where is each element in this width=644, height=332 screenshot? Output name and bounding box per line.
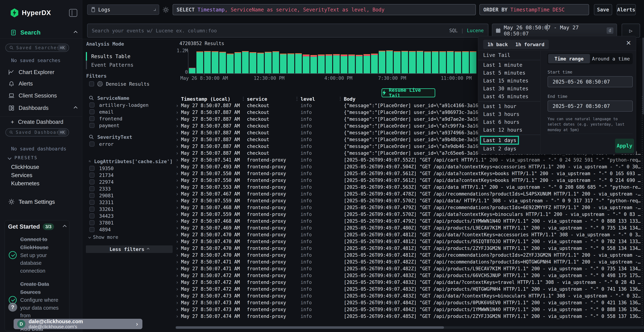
filter-value-row[interactable]: 21734 — [86, 172, 173, 178]
app-logo[interactable]: HyperDX — [0, 7, 82, 18]
row-expand-chevron-icon[interactable]: › — [176, 272, 181, 278]
table-row[interactable]: ›May 27 8:50:07.467 AMfrontend-proxyinfo… — [176, 190, 644, 197]
histogram-bar[interactable] — [424, 52, 431, 73]
vertical-scrollbar[interactable] — [642, 38, 644, 114]
source-select[interactable]: Logs — [87, 4, 159, 15]
filter-value-row[interactable]: error — [86, 140, 173, 148]
row-expand-chevron-icon[interactable]: › — [176, 293, 181, 299]
quick-range-option[interactable]: Last 5 minutes — [478, 69, 540, 77]
row-expand-chevron-icon[interactable]: › — [176, 225, 181, 231]
filter-value-row[interactable]: 19350 — [86, 165, 173, 172]
histogram-bar[interactable] — [265, 52, 271, 73]
histogram-bar[interactable] — [303, 54, 309, 73]
filter-value-row[interactable]: 34423 — [86, 212, 173, 219]
row-expand-chevron-icon[interactable]: › — [176, 266, 181, 272]
filter-value-row[interactable]: 4894 — [86, 226, 173, 233]
table-row[interactable]: ›May 27 8:50:07.471 AMfrontend-proxyinfo… — [176, 258, 644, 265]
row-expand-chevron-icon[interactable]: › — [176, 286, 181, 292]
row-expand-chevron-icon[interactable]: › — [176, 110, 181, 116]
row-expand-chevron-icon[interactable]: › — [176, 103, 181, 108]
table-row[interactable]: ›May 27 8:50:07.471 AMfrontend-proxyinfo… — [176, 265, 644, 272]
row-expand-chevron-icon[interactable]: › — [176, 178, 181, 183]
histogram-bar[interactable] — [462, 51, 469, 73]
histogram-bar[interactable] — [356, 55, 362, 73]
checkbox[interactable] — [90, 123, 94, 128]
row-expand-chevron-icon[interactable]: › — [176, 198, 181, 204]
row-expand-chevron-icon[interactable]: › — [176, 314, 181, 319]
preset-kubernetes[interactable]: Kubernetes — [11, 180, 40, 187]
table-row[interactable]: ›May 27 8:50:07.550 AMfrontend-proxyinfo… — [176, 170, 644, 177]
get-started-step[interactable]: Create Data SourcesConfigure where your … — [8, 280, 66, 320]
quick-range-option[interactable]: Last 6 hours — [478, 118, 540, 126]
row-expand-chevron-icon[interactable]: › — [176, 218, 181, 224]
quick-range-option[interactable]: Last 2 days — [478, 145, 540, 152]
row-expand-chevron-icon[interactable]: › — [176, 280, 181, 285]
filter-value-row[interactable]: 2333 — [86, 185, 173, 192]
table-row[interactable]: ›May 27 8:50:07.470 AMfrontend-proxyinfo… — [176, 238, 644, 245]
filter-value-row[interactable]: 33261 — [86, 206, 173, 212]
sidebar-item-client-sessions[interactable]: Client Sessions — [0, 91, 82, 101]
col-level[interactable]: level — [300, 96, 344, 102]
row-expand-chevron-icon[interactable]: › — [176, 205, 181, 210]
histogram-bar[interactable] — [364, 54, 370, 73]
denoise-results-checkbox-row[interactable]: Denoise Results — [86, 80, 173, 87]
presets-toggle[interactable]: PRESETS — [8, 155, 38, 160]
table-row[interactable]: ›May 27 8:50:07.474 AMfrontend-proxyinfo… — [176, 313, 644, 320]
row-expand-chevron-icon[interactable]: › — [176, 259, 181, 265]
table-row[interactable]: ›May 27 8:50:07.473 AMfrontend-proxyinfo… — [176, 299, 644, 306]
histogram-bar[interactable] — [219, 52, 226, 73]
histogram-bar[interactable] — [234, 52, 241, 73]
filter-value-row[interactable]: payment — [86, 122, 173, 129]
help-button[interactable]: ? — [8, 303, 17, 312]
quick-range-option[interactable]: Last 15 minutes — [478, 77, 540, 84]
histogram-bar[interactable] — [288, 54, 294, 73]
row-expand-chevron-icon[interactable]: › — [176, 246, 181, 251]
user-account-chip[interactable]: D dale@clickhouse.com dale@clickhouse.co… — [14, 319, 142, 329]
checkbox[interactable] — [90, 142, 94, 146]
checkbox[interactable] — [90, 166, 94, 171]
filter-value-row[interactable]: 22974 — [86, 178, 173, 185]
filter-value-row[interactable]: 29081 — [86, 192, 173, 199]
histogram-bar[interactable] — [417, 51, 423, 73]
row-expand-chevron-icon[interactable]: › — [176, 116, 181, 122]
preset-clickhouse[interactable]: ClickHouse — [11, 164, 39, 170]
end-time-input[interactable]: 2025-05-27 08:50:07 — [548, 100, 633, 112]
sidebar-item-team-settings[interactable]: Team Settings — [0, 197, 82, 207]
preset-services[interactable]: Services — [11, 172, 32, 178]
histogram-bar[interactable] — [227, 54, 234, 73]
create-dashboard-button[interactable]: + Create Dashboard — [0, 118, 82, 126]
table-row[interactable]: ›May 27 8:50:07.559 AMfrontend-proxyinfo… — [176, 211, 644, 218]
table-row[interactable]: ›May 27 8:50:07.470 AMfrontend-proxyinfo… — [176, 231, 644, 238]
checkbox[interactable] — [90, 116, 94, 121]
histogram-bar[interactable] — [379, 51, 385, 73]
histogram-bar[interactable] — [348, 54, 355, 73]
close-icon[interactable]: × — [626, 38, 631, 48]
order-by-input[interactable]: ORDER BY TimestampTime DESC — [480, 4, 589, 15]
histogram-bar[interactable] — [250, 52, 256, 73]
shift-1h-back-button[interactable]: 1h back — [483, 40, 512, 49]
histogram-bar[interactable] — [280, 54, 286, 73]
table-row[interactable]: ›May 27 8:50:07.468 AMfrontend-proxyinfo… — [176, 218, 644, 224]
checkbox[interactable] — [90, 109, 94, 114]
quick-range-option[interactable]: Last 12 hours — [478, 126, 540, 134]
filter-value-row[interactable]: artillery-loadgen — [86, 102, 173, 108]
table-row[interactable]: ›May 27 8:50:07.553 AMfrontend-proxyinfo… — [176, 184, 644, 190]
filter-value-row[interactable]: email — [86, 108, 173, 115]
sidebar-item-search[interactable]: Search — [0, 28, 82, 37]
histogram-bar[interactable] — [394, 51, 400, 73]
quick-range-option[interactable]: Last 1 hour — [478, 102, 540, 110]
run-query-button[interactable]: ▷ — [622, 24, 640, 38]
search-input[interactable]: Search your events w/ Lucene ex. column:… — [87, 24, 488, 38]
get-started-step[interactable]: Connect to ClickHouseSet up your databas… — [8, 236, 66, 275]
histogram-bar[interactable] — [295, 53, 302, 73]
quick-range-option[interactable]: Live Tail — [478, 51, 540, 59]
histogram-bar[interactable] — [386, 50, 393, 73]
row-expand-chevron-icon[interactable]: › — [176, 184, 181, 190]
filter-value-row[interactable]: 32311 — [86, 199, 173, 206]
row-expand-chevron-icon[interactable]: › — [176, 300, 181, 306]
checkbox[interactable] — [90, 186, 94, 191]
row-expand-chevron-icon[interactable]: › — [176, 137, 181, 142]
row-expand-chevron-icon[interactable]: › — [176, 212, 181, 217]
histogram-bar[interactable] — [310, 55, 317, 73]
table-row[interactable]: ›May 27 8:50:07.473 AMfrontend-proxyinfo… — [176, 306, 644, 313]
